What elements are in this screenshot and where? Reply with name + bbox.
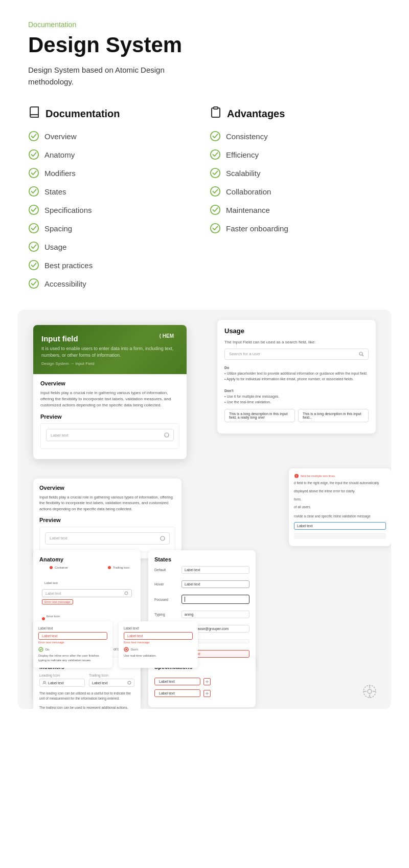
bottom-do-desc-1: Display the inline error after the user … [38, 654, 107, 663]
list-item-label: Specifications [44, 206, 92, 214]
list-item-label: Faster onboarding [226, 224, 288, 233]
advantages-column: Advantages Consistency Efficiency [210, 106, 381, 289]
bottom-dont-desc: Use real-time validation. [124, 654, 193, 658]
right-text-4: of all users. [294, 505, 386, 510]
svg-point-13 [211, 187, 220, 196]
svg-text:!: ! [296, 474, 297, 478]
default-input: Label text [181, 566, 249, 574]
state-hover: Hover Label text [154, 580, 249, 588]
usage-card: Usage The Input Field can be used as a s… [217, 320, 376, 433]
spec-icon-1 [203, 678, 211, 685]
svg-point-4 [29, 205, 38, 214]
list-item: States [28, 186, 199, 197]
card-body: Overview Input fields play a crucial rol… [33, 374, 187, 459]
blue-input: Label text [294, 522, 386, 530]
overview-text: Input fields play a crucial role in gath… [40, 390, 179, 408]
preview-section: Input field It is used to enable users t… [18, 310, 391, 709]
doc-label-text: Documentation [28, 20, 381, 29]
ext-label-text: Label text [50, 536, 67, 540]
crosshair-icon [362, 684, 377, 701]
right-column-card-1: ! field be multiple text lines. d field … [289, 468, 391, 546]
bottom-error-msg-2: Error text message [124, 641, 193, 644]
preview-label: Preview [40, 414, 179, 420]
svg-point-11 [211, 150, 220, 159]
preview-inner: Input field It is used to enable users t… [18, 310, 391, 709]
list-item: Accessibility [28, 278, 199, 289]
overview-title: Overview [40, 380, 179, 386]
anatomy-title: Anatomy [39, 556, 134, 562]
bottom-do-row-1: Do [38, 647, 107, 652]
list-item: Efficiency [210, 149, 381, 160]
search-placeholder: Search for a user [229, 352, 260, 357]
card-header-green: Input field It is used to enable users t… [33, 325, 187, 374]
page-title: Design System [28, 33, 381, 57]
svg-point-6 [29, 242, 38, 251]
documentation-column: Documentation Overview Anatomy [28, 106, 199, 289]
state-typing: Typing anmg [154, 611, 249, 618]
overview-extended-card: Overview Input fields play a crucial rol… [33, 479, 181, 558]
advantages-title: Advantages [227, 108, 285, 120]
list-item: Spacing [28, 223, 199, 234]
preview-input: Label text [46, 429, 174, 441]
usage-description: The Input Field can be used as a search … [224, 340, 369, 344]
ext-preview-input: Label text [45, 532, 170, 545]
list-item-label: Best practices [44, 261, 93, 270]
bottom-error-input-1: Label text [38, 632, 107, 640]
page-description: Design System based on Atomic Design met… [28, 64, 192, 88]
card-subtitle: It is used to enable users to enter data… [41, 345, 178, 358]
overview-ext-text: Input fields play a crucial role in gath… [39, 494, 175, 512]
list-item-label: Usage [44, 243, 66, 251]
svg-point-14 [211, 205, 220, 214]
svg-point-15 [211, 224, 220, 233]
states-title: States [154, 556, 249, 562]
svg-point-19 [359, 352, 362, 355]
input-field-card: Input field It is used to enable users t… [33, 325, 187, 459]
leading-icon-col: Leading Icon Label text [39, 674, 85, 687]
spec-row-1: Label text [154, 678, 249, 685]
list-item-label: Collaboration [226, 187, 271, 196]
list-item-label: Anatomy [44, 150, 75, 159]
list-item: Specifications [28, 204, 199, 215]
svg-point-12 [211, 168, 220, 178]
book-icon [28, 106, 40, 121]
bottom-dont-text: Don't [131, 648, 138, 651]
svg-point-1 [29, 150, 38, 159]
documentation-title: Documentation [46, 108, 120, 120]
modifiers-grid: Leading Icon Label text Trailing Icon La… [39, 674, 134, 687]
bottom-card-text-1: Label text [38, 626, 107, 630]
right-text-3: form. [294, 497, 386, 502]
list-item: Consistency [210, 131, 381, 142]
card-breadcrumb: Design System → Input Field [41, 361, 178, 366]
feature-columns: Documentation Overview Anatomy [28, 106, 381, 289]
svg-rect-9 [214, 107, 218, 109]
anatomy-error-text: Error text message [42, 599, 132, 604]
documentation-list: Overview Anatomy Modifiers [28, 131, 199, 289]
svg-point-0 [29, 132, 38, 141]
usage-do-dont: Do • Utilize placeholder text to provide… [224, 365, 369, 405]
right-text-1: d field to the right edge, the input the… [294, 481, 386, 486]
list-item-label: Spacing [44, 224, 72, 233]
search-box: Search for a user [224, 349, 369, 360]
leading-icon-input: Label text [39, 679, 85, 687]
hover-input: Label text [181, 580, 249, 588]
state-default: Default Label text [154, 566, 249, 574]
list-item-label: Maintenance [226, 206, 270, 214]
list-item: Best practices [28, 259, 199, 271]
bottom-mini-cards: Label text Label text Error text message… [33, 621, 258, 668]
documentation-header: Documentation [28, 106, 199, 121]
list-item-label: Overview [44, 132, 77, 141]
example-box-1: This is a long description in this input… [224, 409, 295, 422]
spec-input-1: Label text [154, 678, 200, 685]
list-item: Scalability [210, 167, 381, 179]
page-wrapper: Documentation Design System Design Syste… [0, 0, 409, 729]
example-box-2: This is a long description in this input… [298, 409, 369, 422]
trailing-icon-input: Label text [89, 679, 134, 687]
right-text-2: displayed above the inline error for cla… [294, 489, 386, 494]
overview-ext-title: Overview [39, 485, 175, 491]
svg-text:⟨ HEM: ⟨ HEM [159, 333, 174, 339]
spec-visuals: Label text Label text [154, 674, 249, 701]
list-item-label: Consistency [226, 132, 268, 141]
spec-row-2: Label text [154, 689, 249, 697]
svg-point-3 [29, 187, 38, 196]
trailing-icon-desc: The trailing icon can be used to represe… [39, 705, 134, 709]
